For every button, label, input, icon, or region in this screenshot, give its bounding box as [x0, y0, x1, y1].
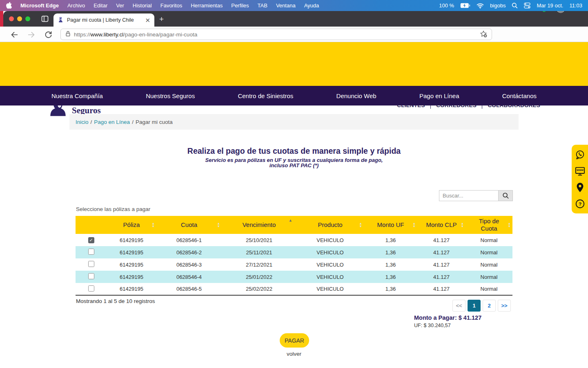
sort-icon[interactable]: ▲▼ — [413, 222, 416, 228]
column-header[interactable]: Monto CLP▲▼ — [417, 216, 466, 234]
back-link[interactable]: volver — [0, 351, 588, 357]
cell-poliza: 61429195 — [107, 258, 156, 271]
url-text[interactable]: https://www.liberty.cl/pago-en-linea/pag… — [74, 31, 197, 38]
window-minimize-button[interactable] — [17, 16, 22, 21]
search-button[interactable] — [498, 190, 513, 201]
cell-cuota: 0628546-3 — [156, 258, 222, 271]
search-input[interactable] — [439, 190, 498, 201]
row-checkbox[interactable] — [88, 285, 94, 292]
pay-button[interactable]: PAGAR — [280, 333, 309, 348]
nav-item[interactable]: Pago en Línea — [419, 92, 459, 99]
breadcrumb-separator: / — [91, 119, 92, 125]
menubar-username[interactable]: bigobs — [490, 2, 506, 9]
lock-icon[interactable] — [65, 30, 71, 38]
refresh-button[interactable] — [44, 30, 53, 39]
column-header[interactable]: Póliza▲▼ — [107, 216, 156, 234]
url-path: /pago-en-linea/pagar-mi-cuota — [123, 31, 197, 38]
whatsapp-icon[interactable] — [575, 149, 586, 160]
sort-icon[interactable]: ▲▼ — [152, 222, 155, 228]
row-checkbox[interactable]: ✓ — [88, 237, 94, 243]
contact-widget: WWW ? — [572, 145, 588, 213]
spotlight-search-icon[interactable] — [512, 2, 518, 9]
table-row: ✓614291950628546-125/10/2021VEHICULO1,36… — [76, 234, 512, 246]
add-favorite-icon[interactable] — [479, 30, 488, 39]
sort-icon[interactable]: ▲▼ — [508, 222, 511, 228]
wifi-icon[interactable] — [477, 3, 484, 9]
column-header[interactable]: Cuota▲▼ — [156, 216, 222, 234]
cell-producto: VEHICULO — [296, 283, 364, 295]
tab-close-icon[interactable]: ✕ — [145, 17, 150, 23]
row-checkbox[interactable] — [88, 261, 94, 267]
tab-overview-icon[interactable] — [41, 15, 49, 23]
table-select-label: Seleccione las pólizas a pagar — [76, 206, 150, 212]
new-tab-button[interactable]: + — [159, 16, 165, 22]
policies-table: Póliza▲▼Cuota▲▼Vencimiento▲Producto▲▼Mon… — [76, 216, 512, 296]
pagination-page[interactable]: 1 — [468, 300, 481, 312]
pagination-page[interactable]: 2 — [483, 300, 496, 312]
cell-monto_clp: 41.127 — [417, 246, 466, 258]
help-icon[interactable]: ? — [575, 198, 586, 209]
cell-tipo: Normal — [466, 246, 512, 258]
url-bar[interactable]: https://www.liberty.cl/pago-en-linea/pag… — [60, 29, 492, 40]
nav-item[interactable]: Centro de Siniestros — [238, 92, 293, 99]
cell-producto: VEHICULO — [296, 246, 364, 258]
control-center-icon[interactable] — [524, 2, 530, 9]
tab-title: Pagar mi cuota | Liberty Chile — [67, 17, 142, 23]
table-row: 614291950628546-327/12/2021VEHICULO1,364… — [76, 258, 512, 271]
cell-monto_uf: 1,36 — [364, 246, 417, 258]
menubar-item[interactable]: Favoritos — [160, 2, 182, 9]
row-checkbox[interactable] — [88, 249, 94, 255]
sort-icon[interactable]: ▲▼ — [217, 222, 220, 228]
breadcrumb-link[interactable]: Inicio — [76, 119, 89, 125]
menubar-item[interactable]: Editar — [94, 2, 107, 9]
window-close-button[interactable] — [9, 16, 14, 21]
cell-cuota: 0628546-2 — [156, 246, 222, 258]
nav-item[interactable]: Nuestra Compañía — [51, 92, 103, 99]
column-header[interactable]: Monto UF▲▼ — [364, 216, 417, 234]
apple-menu-icon[interactable] — [6, 2, 12, 10]
cell-tipo: Normal — [466, 271, 512, 283]
column-header[interactable]: Vencimiento▲ — [222, 216, 296, 234]
breadcrumb-link[interactable]: Pago en Línea — [94, 119, 130, 125]
tab-favicon — [58, 16, 64, 24]
table-footer-text: Mostrando 1 al 5 de 10 registros — [76, 298, 155, 304]
window-zoom-button[interactable] — [25, 16, 30, 21]
nav-item[interactable]: Denuncio Web — [336, 92, 376, 99]
menubar-item[interactable]: Ayuda — [304, 2, 319, 9]
forward-button[interactable] — [27, 30, 36, 39]
column-header[interactable]: Tipo de Cuota▲▼ — [466, 216, 512, 234]
cell-vencimiento: 25/01/2022 — [222, 271, 296, 283]
cell-monto_clp: 41.127 — [417, 258, 466, 271]
cell-monto_uf: 1,36 — [364, 258, 417, 271]
cell-cuota: 0628546-5 — [156, 283, 222, 295]
menubar-item[interactable]: Historial — [133, 2, 152, 9]
browser-tab[interactable]: Pagar mi cuota | Liberty Chile ✕ — [53, 13, 154, 27]
menubar-date[interactable]: Mar 19 oct. — [537, 2, 563, 9]
nav-item[interactable]: Contáctanos — [502, 92, 537, 99]
row-checkbox[interactable] — [88, 273, 94, 279]
sort-icon[interactable]: ▲▼ — [359, 222, 362, 228]
sort-icon[interactable]: ▲▼ — [461, 222, 464, 228]
browser-tabstrip: Pagar mi cuota | Liberty Chile ✕ + — [3, 11, 588, 27]
column-header[interactable]: Producto▲▼ — [296, 216, 364, 234]
back-button[interactable] — [10, 30, 19, 39]
menubar-item[interactable]: Archivo — [67, 2, 85, 9]
pagination-first[interactable]: << — [452, 300, 466, 312]
menubar-item[interactable]: TAB — [258, 2, 267, 9]
location-pin-icon[interactable] — [575, 182, 586, 193]
nav-item[interactable]: Nuestros Seguros — [146, 92, 195, 99]
website-monitor-icon[interactable]: WWW — [575, 166, 586, 177]
menubar-item[interactable]: Herramientas — [191, 2, 223, 9]
cell-cuota: 0628546-1 — [156, 234, 222, 246]
pagination-next[interactable]: >> — [498, 300, 511, 312]
cell-producto: VEHICULO — [296, 258, 364, 271]
cell-monto_clp: 41.127 — [417, 234, 466, 246]
sort-ascending-icon[interactable]: ▲ — [289, 218, 292, 222]
cell-producto: VEHICULO — [296, 234, 364, 246]
menubar-item[interactable]: Perfiles — [231, 2, 249, 9]
desktop-wallpaper-sliver — [0, 11, 3, 27]
menubar-item[interactable]: Ver — [116, 2, 124, 9]
menubar-item[interactable]: Microsoft Edge — [20, 2, 59, 9]
menubar-time[interactable]: 11:03 — [569, 2, 582, 9]
menubar-item[interactable]: Ventana — [276, 2, 296, 9]
